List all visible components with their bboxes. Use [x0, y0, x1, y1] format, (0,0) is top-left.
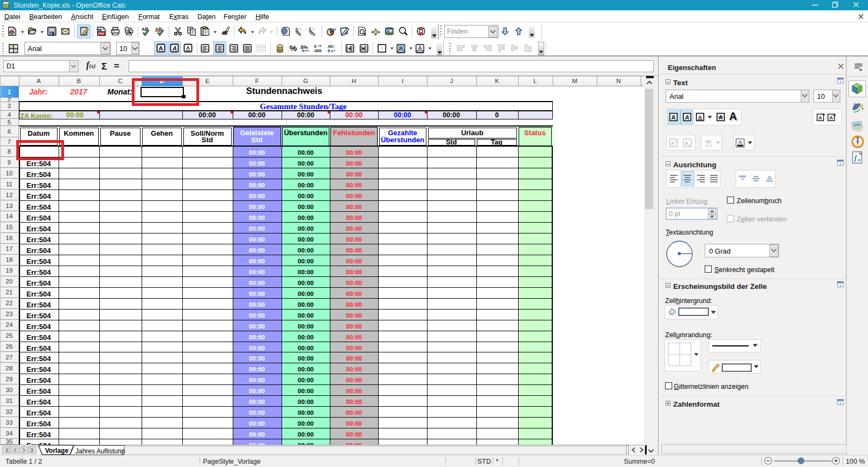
svg-text:0: 0 — [333, 44, 335, 49]
svg-text:A: A — [698, 114, 702, 120]
svg-text:PDF: PDF — [98, 32, 105, 35]
svg-text:x: x — [858, 157, 861, 162]
svg-text:0: 0 — [328, 48, 330, 53]
svg-text:A: A — [158, 45, 163, 52]
svg-text:A: A — [172, 45, 177, 52]
svg-text:A: A — [738, 139, 742, 145]
svg-text:A: A — [186, 45, 190, 51]
svg-text:A: A — [418, 44, 422, 51]
svg-text:A: A — [685, 140, 688, 146]
svg-text:A: A — [399, 45, 403, 51]
svg-text:A: A — [819, 115, 822, 121]
svg-text:A: A — [829, 115, 833, 121]
svg-text:A: A — [671, 114, 675, 121]
svg-text:A: A — [312, 32, 316, 36]
svg-text:z: z — [299, 32, 301, 36]
svg-text:A: A — [684, 114, 689, 121]
svg-text:$%: $% — [301, 44, 308, 50]
svg-text:.000: .000 — [314, 48, 322, 53]
svg-text:A: A — [671, 140, 674, 146]
